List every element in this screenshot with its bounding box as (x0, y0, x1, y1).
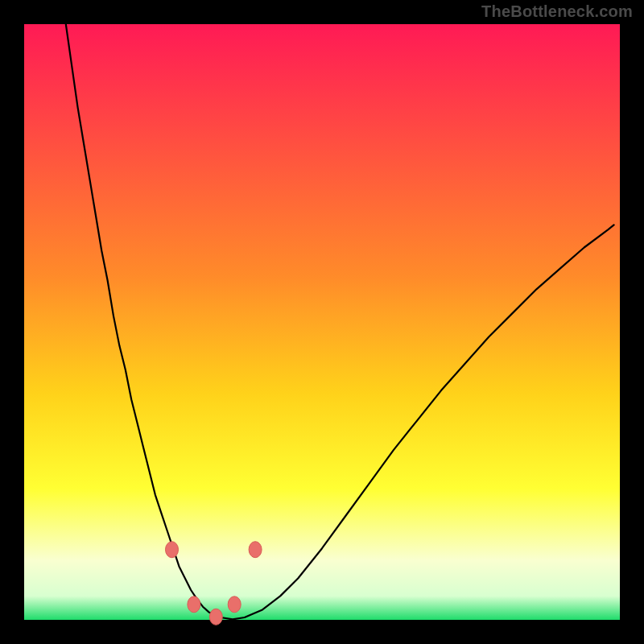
curve-marker (228, 597, 241, 613)
plot-area (24, 24, 620, 620)
bottleneck-curve-chart (0, 0, 644, 644)
curve-marker (166, 542, 179, 558)
watermark-text: TheBottleneck.com (481, 2, 633, 21)
chart-container: TheBottleneck.com (0, 0, 644, 644)
curve-marker (188, 597, 200, 613)
curve-marker (249, 542, 262, 558)
curve-marker (209, 609, 222, 625)
